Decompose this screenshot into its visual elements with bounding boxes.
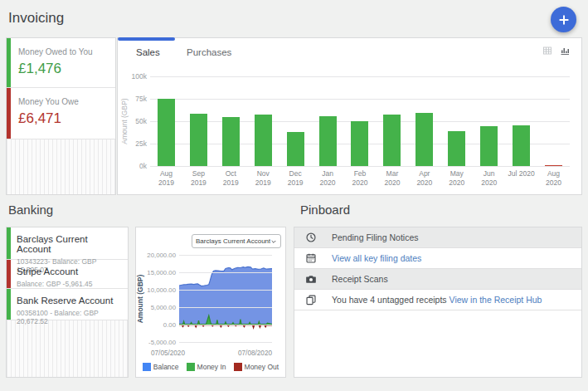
- account-balance: Balance: GBP -5,961.45: [17, 280, 123, 288]
- sales-bar[interactable]: [383, 115, 401, 166]
- x-tick-label: Dec 2019: [279, 169, 312, 188]
- bar-slot: [150, 76, 182, 166]
- sales-bar[interactable]: [351, 121, 368, 166]
- card-value: £1,476: [18, 61, 109, 77]
- chart-view-icon[interactable]: [560, 46, 570, 56]
- bar-slot: [473, 76, 505, 166]
- legend-swatch: [234, 363, 242, 371]
- invoicing-title: Invoicing: [8, 10, 64, 27]
- account-name: Bank Reserve Account: [17, 296, 123, 305]
- card-accent-bar: [7, 88, 11, 139]
- table-view-icon[interactable]: [542, 46, 552, 56]
- bar-slot: [279, 76, 312, 166]
- sales-x-axis-labels: Aug 2019Sep 2019Oct 2019Nov 2019Dec 2019…: [150, 169, 570, 188]
- accounting-dashboard: Invoicing Money Owed to You£1,476Money Y…: [0, 0, 588, 391]
- x-tick-label: Sep 2019: [182, 169, 215, 188]
- invoicing-chart-panel: Sales Purchases Amount (GBP) 100k75k50k2…: [117, 37, 582, 195]
- x-tick-label: Oct 2019: [215, 169, 247, 188]
- pinboard-row-text: View all key filing dates: [332, 253, 421, 263]
- sales-bar[interactable]: [222, 117, 240, 166]
- legend-swatch: [187, 363, 195, 371]
- pages-icon: [305, 294, 317, 305]
- banking-x-axis-dates: 07/05/202007/08/2020: [151, 349, 272, 357]
- banking-plot-area: 20,000.0015,000.0010,000.005,000.000.00-…: [179, 255, 272, 342]
- account-selector-value: Barclays Current Account: [196, 237, 270, 245]
- x-tick-label: Apr 2020: [408, 169, 440, 188]
- summary-card[interactable]: Money Owed to You£1,476: [7, 38, 115, 88]
- bar-slot: [247, 76, 279, 166]
- x-tick-label: Aug 2020: [537, 169, 570, 188]
- x-date-label: 07/08/2020: [238, 349, 272, 357]
- gridline: [179, 307, 272, 308]
- pinboard-header-row: Receipt Scans: [294, 269, 581, 290]
- account-selector[interactable]: Barclays Current Account: [192, 234, 281, 248]
- sales-bar[interactable]: [415, 113, 433, 166]
- sales-bar[interactable]: [319, 116, 337, 166]
- card-value: £6,471: [18, 110, 109, 127]
- account-name: Stripe Account: [17, 266, 123, 276]
- chevron-down-icon: [270, 238, 277, 245]
- pinboard-header-row: Pending Filing Notices: [294, 227, 581, 248]
- legend-item: Money In: [187, 363, 226, 371]
- y-tick-label: 100k: [120, 72, 147, 81]
- gridline: [179, 272, 272, 273]
- pinboard-title: Pinboard: [300, 203, 350, 217]
- y-tick-label: 15,000.00: [138, 269, 176, 276]
- y-tick-label: -5,000.00: [138, 339, 176, 346]
- x-tick-label: Nov 2019: [247, 169, 279, 188]
- legend-label: Money Out: [245, 363, 279, 371]
- bar-slot: [182, 76, 215, 166]
- gridline: [179, 325, 272, 325]
- banking-y-axis-label: Amount (GBP): [134, 255, 147, 342]
- x-tick-label: May 2020: [440, 169, 473, 188]
- sales-bar-series: [150, 76, 570, 166]
- invoicing-summary-panel: Money Owed to You£1,476Money You Owe£6,4…: [6, 37, 116, 195]
- card-label: Money Owed to You: [18, 47, 109, 56]
- legend-label: Balance: [153, 363, 179, 371]
- pinboard-row-text: Pending Filing Notices: [332, 232, 418, 242]
- legend-item: Balance: [143, 363, 179, 371]
- active-tab-indicator: [118, 37, 175, 41]
- x-tick-label: Feb 2020: [344, 169, 377, 188]
- x-tick-label: Mar 2020: [376, 169, 408, 188]
- bar-slot: [215, 76, 247, 166]
- pinboard-item-row[interactable]: View all key filing dates: [294, 248, 581, 269]
- card-accent-bar: [7, 38, 11, 87]
- add-button[interactable]: [551, 7, 576, 32]
- bank-account-item[interactable]: Barclays Current Account10343223- Balanc…: [7, 227, 128, 260]
- sales-bar[interactable]: [448, 131, 465, 166]
- x-tick-label: Jul 2020: [505, 169, 537, 188]
- bar-slot: [376, 76, 408, 166]
- summary-card[interactable]: Money You Owe£6,471: [7, 88, 115, 139]
- account-accent-bar: [7, 227, 11, 259]
- sales-bar[interactable]: [513, 125, 530, 166]
- gridline: [150, 166, 570, 167]
- y-tick-label: 50k: [120, 117, 147, 125]
- sales-bar[interactable]: [158, 99, 175, 166]
- tab-purchases[interactable]: Purchases: [187, 47, 231, 57]
- sales-bar[interactable]: [545, 165, 562, 167]
- sales-bar[interactable]: [255, 115, 272, 166]
- legend-swatch: [143, 363, 151, 371]
- sales-bar[interactable]: [480, 126, 498, 166]
- gridline: [179, 255, 272, 256]
- pinboard-item-row[interactable]: You have 4 untagged receiptsView in the …: [294, 290, 581, 310]
- card-label: Money You Owe: [18, 97, 109, 106]
- banking-empty-area: [7, 320, 128, 377]
- bank-account-item[interactable]: Stripe AccountBalance: GBP -5,961.45: [7, 260, 128, 289]
- banking-chart-panel: Barclays Current Account Amount (GBP) 20…: [135, 227, 286, 378]
- bar-slot: [505, 76, 537, 166]
- pinboard-row-text: You have 4 untagged receiptsView in the …: [332, 295, 542, 305]
- account-balance: 00358100 - Balance: GBP 20,672.52: [17, 309, 123, 325]
- bar-slot: [408, 76, 440, 166]
- account-accent-bar: [7, 260, 11, 288]
- tab-sales[interactable]: Sales: [136, 47, 160, 57]
- y-tick-label: 20,000.00: [138, 252, 176, 259]
- sales-bar[interactable]: [190, 114, 207, 166]
- bank-account-item[interactable]: Bank Reserve Account00358100 - Balance: …: [7, 289, 128, 320]
- pinboard-link[interactable]: View in the Receipt Hub: [450, 295, 542, 305]
- sales-bar[interactable]: [287, 132, 304, 166]
- y-tick-label: 10,000.00: [138, 286, 176, 294]
- y-tick-label: 0k: [120, 162, 147, 170]
- pinboard-link[interactable]: View all key filing dates: [332, 253, 421, 263]
